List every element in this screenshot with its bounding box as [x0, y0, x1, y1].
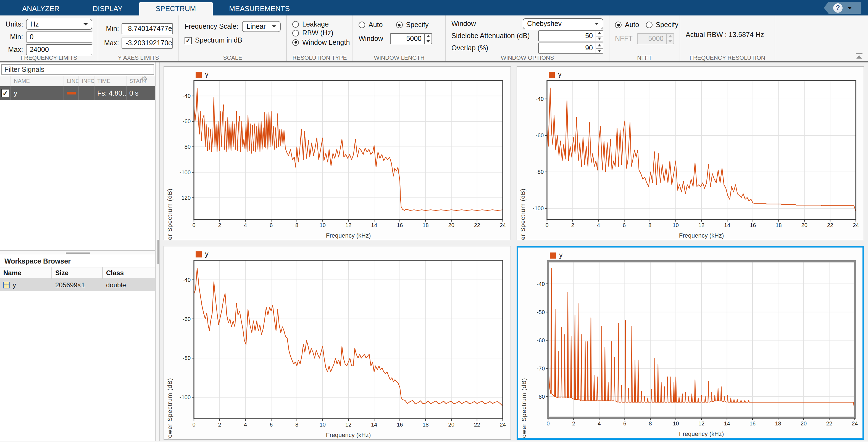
vertical-splitter[interactable]: [155, 62, 160, 441]
svg-text:16: 16: [749, 420, 755, 427]
y-max-field[interactable]: -3.203192170e+1: [122, 38, 173, 49]
collapse-toolstrip-button[interactable]: [856, 53, 863, 59]
legend[interactable]: y: [550, 251, 563, 259]
spectrum-toolstrip: Units: Hz Min: 0 Max: 24000 FREQUENCY LI…: [0, 15, 868, 62]
svg-text:-100: -100: [180, 169, 191, 176]
spin-down-icon: [667, 38, 674, 44]
table-row[interactable]: ✓ y Fs: 4.80… 0 s: [0, 86, 155, 100]
freq-min-field[interactable]: 0: [26, 31, 92, 42]
filter-signals-input[interactable]: [1, 64, 154, 74]
svg-text:22: 22: [826, 420, 832, 427]
horizontal-splitter[interactable]: [0, 250, 155, 255]
overlap-spinner[interactable]: 90: [538, 42, 603, 54]
y-min-field[interactable]: -8.740147477e+1: [122, 23, 173, 34]
tab-spectrum[interactable]: SPECTRUM: [139, 2, 212, 15]
svg-text:-70: -70: [537, 366, 545, 372]
spectrum-in-db-label: Spectrum in dB: [195, 36, 242, 44]
nfft-auto-radio[interactable]: [615, 22, 622, 28]
signal-col-name[interactable]: NAME: [11, 76, 64, 86]
rbw-radio[interactable]: [292, 30, 299, 36]
window-type-dropdown[interactable]: Chebyshev: [523, 18, 603, 29]
legend-swatch: [550, 252, 556, 258]
svg-text:24: 24: [500, 222, 506, 228]
help-icon[interactable]: ?: [833, 3, 843, 12]
y-axis-label: Power Spectrum (dB): [166, 378, 173, 440]
svg-text:2: 2: [218, 222, 221, 228]
legend[interactable]: y: [195, 250, 209, 258]
signal-start-cell: 0 s: [126, 86, 150, 100]
svg-text:-80: -80: [183, 355, 191, 361]
table-row[interactable]: y 205699×1 double: [0, 279, 155, 291]
units-label: Units:: [5, 21, 23, 28]
gear-icon[interactable]: ⚙: [141, 75, 148, 83]
plot-canvas[interactable]: 024681012141618202224-80-70-60-50-40: [531, 259, 860, 429]
signal-checkbox[interactable]: ✓: [1, 89, 9, 97]
workspace-col-name[interactable]: Name: [0, 267, 52, 278]
svg-text:14: 14: [724, 222, 730, 228]
legend[interactable]: y: [549, 71, 562, 78]
spin-down-icon[interactable]: [596, 36, 603, 41]
signal-col-time[interactable]: TIME: [94, 76, 126, 86]
spectrum-plot-2[interactable]: y Power Spectrum (dB) 024681012141618202…: [517, 66, 864, 240]
tab-display[interactable]: DISPLAY: [76, 2, 139, 15]
svg-text:4: 4: [244, 421, 247, 428]
sidelobe-value[interactable]: 50: [538, 30, 596, 41]
leakage-radio[interactable]: [292, 21, 299, 27]
chevron-down-icon: [84, 23, 88, 25]
svg-text:2: 2: [571, 222, 574, 228]
tab-measurements[interactable]: MEASUREMENTS: [212, 2, 306, 15]
tab-analyzer[interactable]: ANALYZER: [5, 2, 76, 15]
plot-canvas[interactable]: 024681012141618202224-120-100-80-60-40: [177, 78, 508, 231]
legend-swatch: [195, 71, 202, 77]
signal-list-empty-area: [0, 100, 155, 250]
svg-text:-40: -40: [183, 277, 191, 283]
help-button[interactable]: ?: [824, 2, 861, 14]
frequency-scale-dropdown[interactable]: Linear: [242, 21, 281, 32]
signal-col-check: [0, 76, 11, 86]
freq-min-label: Min:: [5, 33, 23, 41]
toolstrip-tabbar: ANALYZER DISPLAY SPECTRUM MEASUREMENTS ?: [0, 0, 868, 15]
freq-max-field[interactable]: 24000: [26, 44, 92, 55]
svg-text:-80: -80: [183, 144, 191, 150]
plot-canvas[interactable]: 024681012141618202224-100-80-60-40: [530, 78, 861, 231]
spectrum-plot-3[interactable]: y Power Spectrum (dB) 024681012141618202…: [163, 246, 511, 440]
spin-down-icon[interactable]: [425, 38, 432, 44]
signal-col-info[interactable]: INFO: [79, 76, 94, 86]
chevron-down-icon[interactable]: [847, 6, 852, 9]
spectrum-plot-1[interactable]: y Power Spectrum (dB) 024681012141618202…: [163, 66, 511, 240]
workspace-col-class[interactable]: Class: [103, 267, 154, 278]
svg-text:14: 14: [371, 222, 377, 228]
spectrum-plot-4-selected[interactable]: y Power Spectrum (dB) 024681012141618202…: [517, 246, 864, 440]
svg-text:-100: -100: [180, 394, 191, 400]
window-specify-radio[interactable]: [396, 22, 403, 28]
window-length-value[interactable]: 5000: [390, 33, 425, 44]
spectrum-in-db-checkbox[interactable]: ✓: [185, 37, 192, 44]
signal-col-line[interactable]: LINE: [64, 76, 79, 86]
sidelobe-spinner[interactable]: 50: [538, 30, 603, 41]
spin-up-icon[interactable]: [596, 43, 603, 48]
nfft-specify-radio[interactable]: [646, 22, 652, 28]
legend[interactable]: y: [195, 71, 209, 78]
plot-canvas[interactable]: 024681012141618202224-100-80-60-40: [177, 257, 508, 431]
svg-text:10: 10: [673, 222, 679, 228]
window-length-radio[interactable]: [292, 39, 299, 45]
nfft-auto-label: Auto: [625, 21, 639, 29]
svg-text:6: 6: [270, 222, 273, 228]
spin-down-icon[interactable]: [596, 48, 603, 53]
section-resolution-type: Leakage RBW (Hz) Window Length RESOLUTIO…: [287, 15, 353, 61]
svg-text:12: 12: [345, 222, 351, 228]
nfft-spinner: 5000: [637, 33, 674, 44]
svg-text:16: 16: [750, 222, 756, 228]
svg-text:2: 2: [572, 420, 575, 427]
units-dropdown[interactable]: Hz: [26, 19, 92, 30]
signal-info-cell: [79, 86, 94, 100]
legend-swatch: [549, 71, 555, 77]
svg-text:12: 12: [699, 222, 705, 228]
spin-up-icon[interactable]: [596, 31, 603, 36]
window-auto-radio[interactable]: [359, 22, 365, 28]
window-length-spinner[interactable]: 5000: [390, 33, 432, 44]
svg-text:20: 20: [448, 421, 455, 428]
workspace-col-size[interactable]: Size: [52, 267, 103, 278]
spin-up-icon[interactable]: [425, 34, 432, 38]
overlap-value[interactable]: 90: [538, 42, 596, 54]
